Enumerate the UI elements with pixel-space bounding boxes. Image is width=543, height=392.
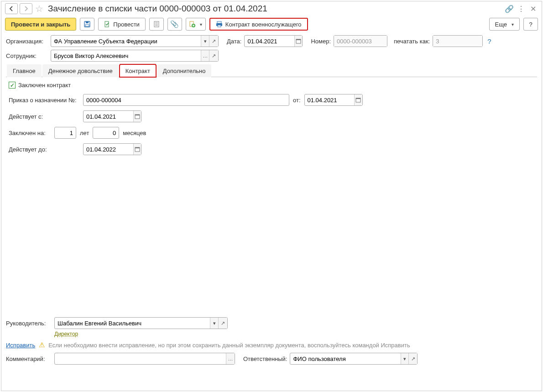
open-button[interactable]: ↗	[209, 36, 218, 47]
order-label: Приказ о назначении №:	[9, 97, 79, 104]
ot-input[interactable]	[305, 94, 355, 105]
date-label: Дата:	[227, 38, 241, 45]
contract-checkbox-label: Заключен контракт	[18, 82, 71, 89]
svg-rect-22	[135, 147, 140, 148]
contract-print-button[interactable]: Контракт военнослужащего	[209, 18, 308, 31]
years-unit: лет	[80, 130, 89, 136]
save-button[interactable]	[80, 18, 94, 31]
tab-content-contract: ✓ Заключен контракт Приказ о назначении …	[6, 77, 537, 314]
ellipsis-button[interactable]: …	[201, 50, 209, 61]
dropdown-button[interactable]: ▾	[201, 36, 209, 47]
svg-rect-18	[356, 98, 360, 99]
close-icon[interactable]: ✕	[528, 4, 538, 14]
arrow-right-icon	[23, 6, 29, 11]
months-input[interactable]	[93, 127, 119, 138]
validto-label: Действует до:	[9, 146, 79, 153]
post-and-close-button[interactable]: Провести и закрыть	[5, 18, 76, 31]
calendar-icon	[135, 146, 140, 152]
link-icon[interactable]: 🔗	[504, 4, 514, 14]
calendar-icon	[355, 97, 361, 103]
button-label: Контракт военнослужащего	[225, 21, 302, 28]
contract-checkbox[interactable]: ✓	[9, 82, 16, 89]
kebab-icon[interactable]: ⋮	[516, 4, 526, 14]
term-label: Заключен на:	[9, 130, 51, 136]
document-check-icon	[104, 21, 110, 27]
org-label: Организация:	[6, 38, 48, 45]
tab-contract[interactable]: Контракт	[120, 64, 156, 77]
emp-input[interactable]	[51, 50, 201, 61]
post-button[interactable]: Провести	[98, 18, 146, 31]
nav-back-button[interactable]	[5, 3, 18, 14]
emp-label: Сотрудник:	[6, 52, 48, 59]
calendar-button[interactable]	[133, 111, 141, 122]
dropdown-button[interactable]: ▾	[401, 353, 408, 364]
calendar-icon	[135, 114, 140, 119]
arrow-left-icon	[9, 6, 14, 11]
paperclip-icon: 📎	[170, 20, 179, 28]
doc-plus-icon	[189, 21, 195, 27]
responsible-input[interactable]	[290, 353, 400, 364]
printas-label: печатать как:	[394, 38, 430, 45]
manager-label: Руководитель:	[6, 320, 52, 327]
svg-rect-20	[135, 115, 140, 115]
fix-link[interactable]: Исправить	[6, 342, 35, 349]
svg-rect-3	[105, 21, 109, 27]
tab-main[interactable]: Главное	[7, 64, 42, 77]
validfrom-input[interactable]	[84, 111, 133, 122]
tab-allowance[interactable]: Денежное довольствие	[42, 64, 119, 77]
open-button[interactable]: ↗	[408, 353, 417, 364]
svg-rect-1	[86, 21, 89, 23]
warning-icon: ⚠	[39, 341, 45, 349]
open-button[interactable]: ↗	[209, 50, 218, 61]
manager-input[interactable]	[55, 318, 210, 329]
report-button[interactable]	[149, 18, 164, 31]
button-label: Провести и закрыть	[11, 21, 70, 28]
num-label: Номер:	[311, 38, 331, 45]
calendar-button[interactable]	[354, 94, 362, 105]
order-input[interactable]	[84, 94, 289, 105]
open-button[interactable]: ↗	[218, 318, 227, 329]
attach-button[interactable]: 📎	[167, 18, 182, 31]
tabs-bar: Главное Денежное довольствие Контракт До…	[6, 64, 537, 77]
comment-input[interactable]	[55, 353, 226, 364]
favorite-icon[interactable]: ☆	[34, 3, 44, 14]
org-input[interactable]	[51, 36, 201, 47]
question-icon: ?	[529, 21, 532, 28]
floppy-icon	[84, 21, 91, 28]
svg-rect-2	[85, 25, 89, 26]
create-based-on-button[interactable]	[186, 18, 206, 31]
calendar-button[interactable]	[294, 36, 302, 47]
tab-additional[interactable]: Дополнительно	[157, 64, 212, 77]
date-input[interactable]	[245, 36, 294, 47]
help-button[interactable]: ?	[523, 18, 538, 31]
validfrom-label: Действует с:	[9, 113, 79, 120]
num-input	[334, 36, 387, 47]
more-button[interactable]: Еще	[489, 18, 520, 31]
svg-rect-12	[217, 21, 221, 23]
manager-position-link[interactable]: Директор	[54, 331, 78, 337]
comment-label: Комментарий:	[6, 355, 52, 362]
dropdown-button[interactable]: ▾	[210, 318, 218, 329]
responsible-label: Ответственный:	[243, 355, 287, 362]
ot-label: от:	[293, 97, 301, 104]
months-unit: месяцев	[123, 130, 146, 136]
list-icon	[153, 21, 160, 27]
nav-forward-button[interactable]	[20, 3, 32, 14]
svg-rect-14	[218, 25, 221, 27]
calendar-button[interactable]	[133, 144, 141, 155]
ellipsis-button[interactable]: …	[226, 353, 235, 364]
years-input[interactable]	[55, 127, 76, 138]
button-label: Еще	[495, 21, 507, 28]
printer-icon	[216, 21, 223, 27]
printas-input	[433, 36, 482, 47]
page-title: Зачисление в списки части 0000-000003 от…	[48, 4, 502, 14]
calendar-icon	[296, 38, 301, 44]
fix-hint: Если необходимо внести исправление, но п…	[48, 342, 410, 349]
validto-input[interactable]	[84, 144, 133, 155]
button-label: Провести	[113, 21, 140, 28]
help-hint[interactable]: ?	[487, 37, 491, 45]
svg-rect-16	[296, 39, 301, 40]
